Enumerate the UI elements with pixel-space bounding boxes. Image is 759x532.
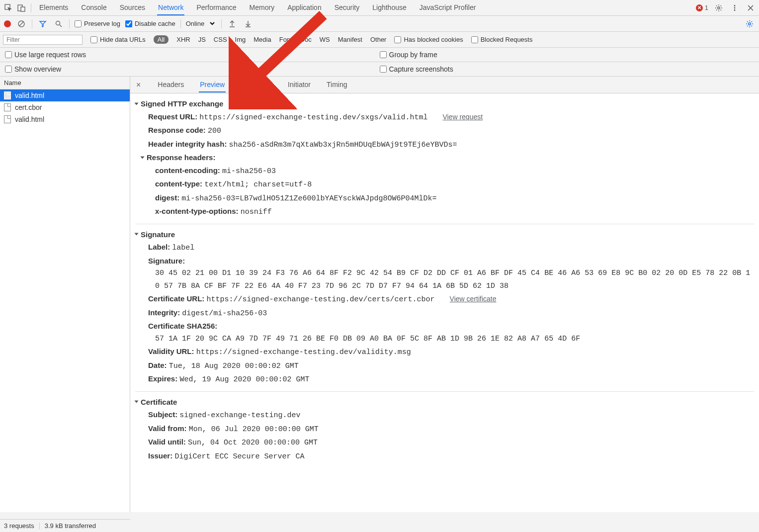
separator [39, 523, 40, 530]
tab-memory[interactable]: Memory [249, 0, 276, 15]
filter-type-css[interactable]: CSS [214, 36, 227, 43]
preserve-log-label: Preserve log [84, 20, 120, 27]
svg-point-11 [749, 22, 751, 24]
options-row-2: Show overview Capture screenshots [0, 62, 759, 77]
cert-url-value: https://signed-exchange-testing.dev/cert… [207, 295, 435, 304]
request-url-value: https://signed-exchange-testing.dev/sxgs… [199, 113, 427, 122]
requests-sidebar: Name valid.html cert.cbor valid.html [0, 77, 130, 512]
valid-from-key: Valid from: [148, 424, 187, 433]
throttling-select[interactable]: Online [186, 19, 216, 28]
tab-initiator[interactable]: Initiator [287, 78, 312, 92]
section-title: Certificate [141, 396, 177, 409]
svg-point-6 [734, 9, 736, 11]
request-row[interactable]: cert.cbor [0, 101, 130, 113]
detail-body: Signed HTTP exchangeLearn more Request U… [130, 93, 759, 512]
tab-security[interactable]: Security [334, 0, 361, 15]
label-key: Label: [148, 243, 170, 251]
section-title: Signed HTTP exchange [141, 97, 223, 110]
tab-preview[interactable]: Preview [199, 78, 226, 92]
tab-headers[interactable]: Headers [157, 78, 185, 92]
request-row[interactable]: valid.html [0, 113, 130, 125]
close-detail-icon[interactable]: × [136, 81, 141, 89]
network-toolbar: Preserve log Disable cache Online [0, 16, 759, 32]
section-header-certificate[interactable]: Certificate [135, 396, 754, 409]
tab-sources[interactable]: Sources [119, 0, 146, 15]
tab-console[interactable]: Console [80, 0, 107, 15]
close-icon[interactable] [745, 2, 756, 13]
svg-rect-2 [21, 7, 25, 11]
name-column-header[interactable]: Name [0, 77, 130, 89]
tab-performance[interactable]: Performance [195, 0, 237, 15]
header-integrity-value: sha256-aSdRm3m7qXtaWb3xjRn5mHDUqEbWAj9t9… [229, 141, 457, 149]
blocked-requests-checkbox[interactable]: Blocked Requests [471, 36, 533, 43]
inspect-element-icon[interactable] [3, 2, 14, 13]
network-settings-icon[interactable] [744, 18, 755, 29]
hide-data-urls-checkbox[interactable]: Hide data URLs [90, 36, 146, 43]
has-blocked-cookies-checkbox[interactable]: Has blocked cookies [394, 36, 463, 43]
section-header-signature[interactable]: Signature [135, 228, 754, 241]
svg-point-5 [734, 7, 736, 8]
tab-timing[interactable]: Timing [326, 78, 348, 92]
group-by-frame-checkbox[interactable]: Group by frame [380, 51, 437, 59]
show-overview-checkbox[interactable]: Show overview [5, 65, 61, 73]
tab-elements[interactable]: Elements [38, 0, 69, 15]
search-icon[interactable] [53, 18, 64, 29]
section-header-sxg[interactable]: Signed HTTP exchangeLearn more [135, 97, 754, 110]
learn-more-link[interactable]: Learn more [238, 98, 276, 110]
valid-until-key: Valid until: [148, 438, 186, 446]
options-row-1: Use large request rows Group by frame [0, 48, 759, 62]
filter-type-xhr[interactable]: XHR [176, 36, 190, 43]
preserve-log-checkbox[interactable]: Preserve log [75, 20, 120, 27]
header-key: content-encoding: [155, 166, 220, 175]
download-icon[interactable] [243, 18, 253, 29]
view-request-link[interactable]: View request [442, 113, 483, 121]
header-value: nosniff [241, 208, 272, 216]
disable-cache-checkbox[interactable]: Disable cache [125, 20, 175, 27]
filter-type-font[interactable]: Font [279, 36, 292, 43]
main-split: Name valid.html cert.cbor valid.html × H… [0, 77, 759, 512]
kebab-menu-icon[interactable] [729, 2, 740, 13]
filter-type-other[interactable]: Other [370, 36, 387, 43]
tab-js-profiler[interactable]: JavaScript Profiler [419, 0, 477, 15]
filter-type-manifest[interactable]: Manifest [338, 36, 362, 43]
filter-type-ws[interactable]: WS [320, 36, 330, 43]
capture-screenshots-checkbox[interactable]: Capture screenshots [380, 65, 453, 73]
separator [32, 19, 32, 28]
date-value: Tue, 18 Aug 2020 00:00:02 GMT [169, 362, 299, 370]
errors-badge[interactable]: ✕1 [696, 4, 708, 11]
filter-input[interactable] [3, 35, 83, 45]
group-by-frame-label: Group by frame [389, 51, 437, 59]
view-certificate-link[interactable]: View certificate [450, 295, 497, 303]
upload-icon[interactable] [227, 18, 238, 29]
filter-icon[interactable] [37, 18, 48, 29]
request-name: valid.html [15, 115, 44, 123]
filter-type-img[interactable]: Img [235, 36, 246, 43]
chevron-down-icon [135, 102, 139, 105]
filter-type-all[interactable]: All [154, 35, 169, 44]
request-row[interactable]: valid.html [0, 89, 130, 101]
section-title: Signature [141, 228, 175, 241]
tab-response[interactable]: Response [240, 78, 273, 92]
cert-sha-key: Certificate SHA256: [148, 322, 217, 330]
section-header-resp-headers[interactable]: Response headers: [135, 151, 754, 164]
throttling-dropdown[interactable] [206, 19, 216, 28]
tab-application[interactable]: Application [286, 0, 323, 15]
validity-url-value: https://signed-exchange-testing.dev/vali… [196, 348, 411, 356]
device-toolbar-icon[interactable] [16, 2, 27, 13]
tab-network[interactable]: Network [157, 0, 184, 15]
tab-lighthouse[interactable]: Lighthouse [371, 0, 408, 15]
filter-type-doc[interactable]: Doc [300, 36, 312, 43]
record-button[interactable] [4, 20, 11, 27]
filter-type-media[interactable]: Media [253, 36, 271, 43]
svg-line-10 [60, 25, 62, 27]
filter-type-js[interactable]: JS [198, 36, 206, 43]
devtools-tabs: Elements Console Sources Network Perform… [38, 0, 477, 15]
clear-icon[interactable] [16, 18, 27, 29]
detail-panel: × Headers Preview Response Initiator Tim… [130, 77, 759, 512]
blocked-requests-label: Blocked Requests [481, 36, 533, 43]
use-large-rows-checkbox[interactable]: Use large request rows [5, 51, 86, 59]
signature-key: Signature: [148, 257, 185, 265]
gear-icon[interactable] [713, 2, 724, 13]
errors-count: 1 [705, 4, 708, 11]
issuer-value: DigiCert ECC Secure Server CA [174, 452, 304, 461]
